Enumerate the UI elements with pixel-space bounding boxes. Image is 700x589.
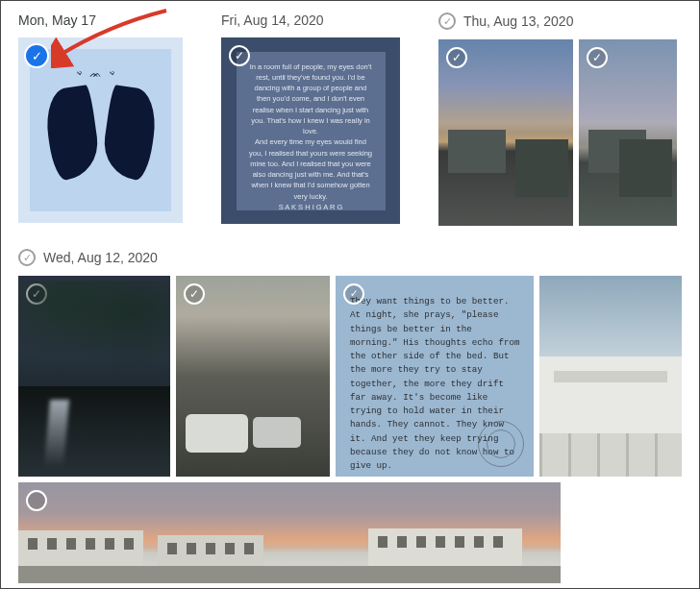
photo-row-aug12-b [18,482,682,583]
select-day-icon[interactable] [18,249,36,266]
sky-graphic [539,276,682,360]
quote-card: In a room full of people, my eyes don't … [237,52,386,210]
date-text: Fri, Aug 14, 2020 [221,12,324,28]
birds-graphic: ༄ ᨏ ༄ [77,68,118,80]
buildings-graphic [18,530,561,583]
selection-checkmark-icon[interactable] [446,47,467,68]
date-header-may17[interactable]: Mon, May 17 [18,12,183,28]
trees-graphic [18,281,170,381]
photo-thumbnail-street[interactable] [176,276,331,477]
photo-thumbnail-building[interactable] [539,276,682,477]
selection-checkmark-icon[interactable] [26,45,47,66]
photo-thumbnail-quote1[interactable]: In a room full of people, my eyes don't … [221,37,400,224]
photo-thumbnail-sunset1[interactable] [438,39,573,226]
photo-thumbnail-sunset2[interactable] [579,39,677,226]
date-header-aug12[interactable]: Wed, Aug 12, 2020 [18,249,682,266]
date-group-aug13: Thu, Aug 13, 2020 [438,12,677,226]
date-group-aug14: Fri, Aug 14, 2020 In a room full of peop… [221,12,400,226]
photo-thumbnail-wings[interactable]: ༄ ᨏ ༄ [18,37,183,223]
selection-checkmark-icon[interactable] [343,283,364,305]
building-graphic [579,123,677,226]
date-text: Thu, Aug 13, 2020 [463,13,573,29]
selection-checkmark-icon[interactable] [587,47,608,68]
photo-thumbnail-quote2[interactable]: They want things to be better. At night,… [336,276,534,477]
selection-checkmark-icon[interactable] [26,490,47,511]
wall-graphic [539,356,682,477]
road-graphic [18,386,170,477]
date-text: Mon, May 17 [18,12,96,28]
date-text: Wed, Aug 12, 2020 [43,250,158,265]
wings-graphic: ༄ ᨏ ༄ [48,68,154,193]
date-header-aug14[interactable]: Fri, Aug 14, 2020 [221,12,400,28]
cars-graphic [186,414,248,453]
date-row-1: Mon, May 17 ༄ ᨏ ༄ Fri, Aug 14, 2020 In a… [18,12,682,226]
photo-row-aug12: They want things to be better. At night,… [18,276,682,477]
quote-paragraph: In a room full of people, my eyes don't … [248,61,374,137]
quote-paragraph: And every time my eyes would find you, I… [248,136,374,202]
selection-checkmark-icon[interactable] [184,283,205,305]
building-graphic [438,123,573,226]
photo-thumbnail-rainynight[interactable] [18,276,170,477]
photo-grid: Mon, May 17 ༄ ᨏ ༄ Fri, Aug 14, 2020 In a… [1,1,699,589]
selection-checkmark-icon[interactable] [229,45,250,66]
select-day-icon[interactable] [438,12,456,30]
date-header-aug13[interactable]: Thu, Aug 13, 2020 [438,12,677,30]
date-group-may17: Mon, May 17 ༄ ᨏ ༄ [18,12,183,226]
photo-thumbnail-panorama[interactable] [18,482,561,583]
quote-author: S A K S H I G A R G [248,202,374,212]
